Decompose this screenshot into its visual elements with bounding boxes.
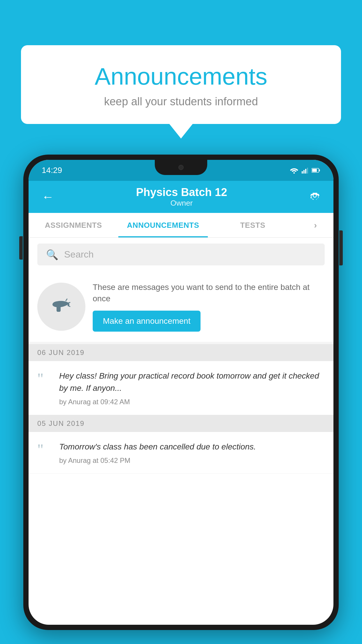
status-bar: 14:29 — [29, 160, 333, 181]
notch — [155, 160, 207, 175]
phone-inner: 14:29 — [29, 160, 333, 625]
phone-outer: 14:29 — [23, 155, 339, 630]
content-area: 🔍 Search — [29, 238, 333, 474]
quote-icon-2: " — [37, 442, 52, 457]
app-bar-subtitle: Owner — [57, 199, 306, 208]
speech-bubble-section: Announcements keep all your students inf… — [21, 45, 341, 139]
svg-point-0 — [294, 172, 295, 174]
svg-rect-6 — [319, 169, 320, 172]
announcement-text-2: Tomorrow's class has been cancelled due … — [59, 441, 325, 453]
search-bar[interactable]: 🔍 Search — [37, 244, 325, 265]
announcement-item-1[interactable]: " Hey class! Bring your practical record… — [29, 361, 333, 415]
announcement-content-2: Tomorrow's class has been cancelled due … — [59, 441, 325, 465]
megaphone-icon — [49, 294, 74, 319]
announcement-content-1: Hey class! Bring your practical record b… — [59, 370, 325, 406]
search-placeholder: Search — [64, 249, 94, 260]
svg-rect-2 — [303, 170, 305, 174]
app-bar-title: Physics Batch 12 — [57, 186, 306, 199]
make-announcement-button[interactable]: Make an announcement — [93, 311, 201, 332]
svg-rect-1 — [302, 171, 303, 174]
camera-dot — [178, 165, 184, 170]
announcement-meta-1: by Anurag at 09:42 AM — [59, 398, 325, 406]
promo-card: These are messages you want to send to t… — [29, 271, 333, 342]
search-section: 🔍 Search — [29, 238, 333, 271]
promo-content: These are messages you want to send to t… — [93, 281, 325, 332]
announcement-icon-circle — [37, 283, 85, 331]
speech-bubble-title: Announcements — [38, 63, 324, 90]
announcement-item-2[interactable]: " Tomorrow's class has been cancelled du… — [29, 432, 333, 474]
date-separator-2: 05 JUN 2019 — [29, 415, 333, 432]
back-button[interactable]: ← — [39, 187, 57, 207]
tab-tests[interactable]: TESTS — [208, 213, 298, 237]
search-icon: 🔍 — [46, 249, 58, 260]
tab-announcements[interactable]: ANNOUNCEMENTS — [118, 213, 208, 237]
app-bar: ← Physics Batch 12 Owner — [29, 181, 333, 213]
promo-description: These are messages you want to send to t… — [93, 281, 325, 304]
app-bar-title-section: Physics Batch 12 Owner — [57, 186, 306, 208]
quote-icon-1: " — [37, 371, 52, 386]
phone-mockup: 14:29 — [23, 155, 339, 644]
speech-bubble-arrow — [169, 124, 193, 139]
gear-icon — [309, 190, 320, 201]
announcement-meta-2: by Anurag at 05:42 PM — [59, 456, 325, 465]
svg-line-8 — [66, 299, 67, 301]
status-time: 14:29 — [42, 166, 62, 175]
speech-bubble: Announcements keep all your students inf… — [21, 45, 341, 124]
tab-more[interactable]: › — [298, 213, 333, 237]
date-separator-1: 06 JUN 2019 — [29, 344, 333, 361]
status-icons — [290, 167, 320, 174]
wifi-icon — [290, 167, 298, 174]
signal-icon — [302, 167, 308, 174]
announcement-text-1: Hey class! Bring your practical record b… — [59, 370, 325, 394]
svg-rect-3 — [305, 169, 306, 174]
svg-line-9 — [68, 302, 70, 303]
speech-bubble-subtitle: keep all your students informed — [38, 95, 324, 108]
settings-button[interactable] — [306, 187, 323, 207]
battery-icon — [312, 168, 320, 173]
svg-rect-7 — [312, 169, 317, 172]
svg-rect-4 — [307, 168, 308, 174]
tab-assignments[interactable]: ASSIGNMENTS — [29, 213, 118, 237]
tab-bar: ASSIGNMENTS ANNOUNCEMENTS TESTS › — [29, 213, 333, 238]
